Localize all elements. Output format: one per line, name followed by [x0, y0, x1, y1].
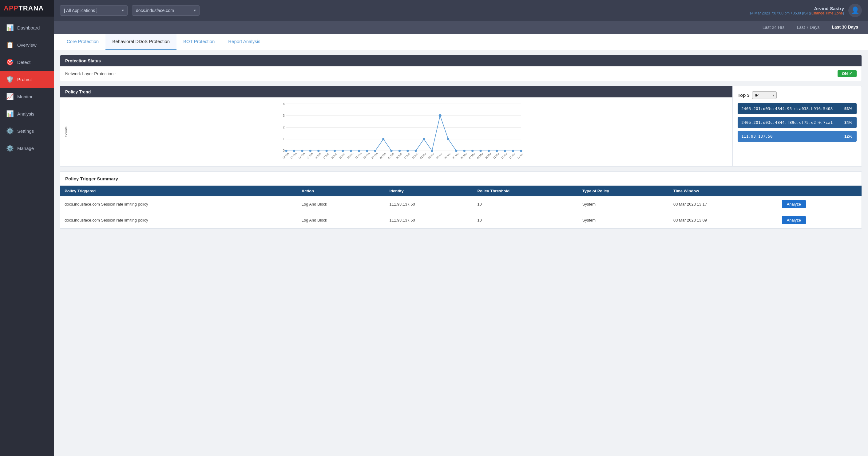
protection-status-header: Protection Status: [60, 55, 862, 66]
tabs-bar: Core Protection Behavioral DDoS Protecti…: [54, 34, 868, 50]
ip-row-3: 111.93.137.50 12%: [738, 131, 857, 142]
svg-text:02 Mar: 02 Mar: [428, 152, 435, 160]
svg-point-19: [358, 150, 360, 152]
tab-core[interactable]: Core Protection: [60, 34, 105, 50]
svg-text:12 Feb: 12 Feb: [282, 152, 290, 160]
sidebar-item-monitor[interactable]: 📈 Monitor: [0, 88, 54, 105]
tab-bot[interactable]: BOT Protection: [177, 34, 221, 50]
svg-text:15 Feb: 15 Feb: [306, 152, 314, 160]
on-badge: ON ✓: [838, 70, 857, 77]
analyze-button[interactable]: Analyze: [782, 216, 806, 224]
svg-point-12: [301, 150, 303, 152]
top3-label: Top 3: [738, 93, 750, 98]
sidebar-item-dashboard[interactable]: 📊 Dashboard: [0, 19, 54, 36]
svg-point-39: [520, 150, 522, 152]
domain-dropdown[interactable]: docs.indusface.com: [132, 5, 199, 16]
protection-status-body: Network Layer Protection : ON ✓: [60, 66, 862, 81]
time-btn-7d[interactable]: Last 7 Days: [794, 24, 822, 31]
svg-point-36: [496, 150, 498, 152]
svg-text:28 Feb: 28 Feb: [411, 152, 419, 160]
cell-identity: 111.93.137.50: [385, 212, 473, 228]
sidebar-item-detect[interactable]: 🎯 Detect: [0, 54, 54, 71]
svg-point-37: [504, 150, 506, 152]
change-timezone-link[interactable]: Change Time Zone: [811, 11, 843, 15]
svg-text:21 Feb: 21 Feb: [355, 152, 363, 160]
svg-text:16 Feb: 16 Feb: [314, 152, 322, 160]
sidebar-item-label: Detect: [17, 60, 30, 65]
svg-text:14 Mar: 14 Mar: [517, 152, 525, 160]
svg-text:03 Mar: 03 Mar: [436, 152, 443, 160]
col-type: Type of Policy: [578, 186, 669, 196]
sidebar-item-label: Manage: [17, 145, 34, 151]
manage-icon: ⚙️: [6, 144, 13, 152]
svg-point-30: [447, 138, 449, 140]
svg-text:4: 4: [283, 102, 285, 106]
time-btn-30d[interactable]: Last 30 Days: [829, 23, 861, 31]
ip-row-2: 2405:201:d03c:4844:f89d:cf75:e2f0:7ca1 3…: [738, 117, 857, 128]
top3-header: Top 3 IPURLCountry: [738, 91, 857, 99]
svg-text:3: 3: [283, 114, 285, 118]
svg-text:27 Feb: 27 Feb: [403, 152, 411, 160]
svg-point-38: [512, 150, 514, 152]
svg-text:07 Mar: 07 Mar: [468, 152, 476, 160]
svg-text:06 Mar: 06 Mar: [460, 152, 468, 160]
col-policy: Policy Triggered: [60, 186, 297, 196]
detect-icon: 🎯: [6, 58, 13, 66]
svg-point-25: [406, 150, 409, 152]
svg-text:1: 1: [283, 137, 285, 141]
sidebar-item-analysis[interactable]: 📊 Analysis: [0, 105, 54, 122]
cell-analyze: Analyze: [778, 196, 862, 212]
trend-section: Policy Trend Counts 4 3: [60, 86, 862, 167]
svg-point-18: [350, 150, 352, 152]
svg-text:17 Feb: 17 Feb: [322, 152, 330, 160]
col-action: Action: [297, 186, 385, 196]
policy-table: Policy Triggered Action Identity Policy …: [60, 186, 862, 228]
top3-select-wrap: IPURLCountry: [752, 91, 777, 99]
cell-timewindow: 03 Mar 2023 13:09: [669, 212, 778, 228]
sidebar-item-label: Overview: [17, 42, 37, 47]
user-time: 14 Mar 2023 7:07:00 pm +0530 (IST)(Chang…: [749, 11, 844, 15]
svg-point-22: [382, 138, 384, 140]
topbar-left: [ All Applications ] docs.indusface.com: [60, 5, 199, 16]
summary-title: Policy Trigger Summary: [60, 172, 862, 186]
svg-point-17: [342, 150, 344, 152]
ip-pct-1: 53%: [840, 103, 857, 114]
table-header-row: Policy Triggered Action Identity Policy …: [60, 186, 862, 196]
cell-analyze: Analyze: [778, 212, 862, 228]
svg-text:10 Mar: 10 Mar: [485, 152, 492, 160]
svg-point-26: [415, 150, 417, 152]
inner-content: Protection Status Network Layer Protecti…: [54, 50, 868, 238]
time-btn-24h[interactable]: Last 24 Hrs: [760, 24, 787, 31]
svg-point-15: [326, 150, 328, 152]
col-timewindow: Time Window: [669, 186, 778, 196]
sidebar-item-label: Dashboard: [17, 25, 40, 30]
tab-behavioral[interactable]: Behavioral DDoS Protection: [105, 34, 177, 50]
settings-icon: ⚙️: [6, 127, 13, 135]
svg-text:13 Mar: 13 Mar: [509, 152, 517, 160]
tab-report[interactable]: Report Analysis: [221, 34, 267, 50]
domain-select-wrap: docs.indusface.com: [132, 5, 199, 16]
svg-text:05 Mar: 05 Mar: [452, 152, 460, 160]
sidebar-item-protect[interactable]: 🛡️ Protect: [0, 71, 54, 88]
chart-inner: Counts 4 3 2 1: [60, 97, 733, 166]
content-area: Core Protection Behavioral DDoS Protecti…: [54, 34, 868, 456]
protection-row: Network Layer Protection : ON ✓: [65, 70, 857, 77]
ip-label-1: 2405:201:d03c:4844:95fd:a038:b916:5408: [738, 103, 840, 114]
top3-dropdown[interactable]: IPURLCountry: [752, 91, 777, 99]
cell-identity: 111.93.137.50: [385, 196, 473, 212]
analyze-button[interactable]: Analyze: [782, 200, 806, 208]
sidebar-item-manage[interactable]: ⚙️ Manage: [0, 139, 54, 157]
cell-type: System: [578, 196, 669, 212]
monitor-icon: 📈: [6, 93, 13, 100]
svg-point-29: [439, 114, 441, 117]
svg-point-33: [471, 150, 473, 152]
svg-point-16: [334, 150, 336, 152]
sidebar: APPTRANA 📊 Dashboard 📋 Overview 🎯 Detect…: [0, 0, 54, 456]
svg-text:09 Mar: 09 Mar: [476, 152, 484, 160]
sidebar-item-overview[interactable]: 📋 Overview: [0, 36, 54, 54]
svg-point-34: [479, 150, 482, 152]
svg-text:25 Feb: 25 Feb: [387, 152, 395, 160]
sidebar-item-settings[interactable]: ⚙️ Settings: [0, 122, 54, 139]
svg-point-11: [293, 150, 295, 152]
app-dropdown[interactable]: [ All Applications ]: [60, 5, 128, 16]
